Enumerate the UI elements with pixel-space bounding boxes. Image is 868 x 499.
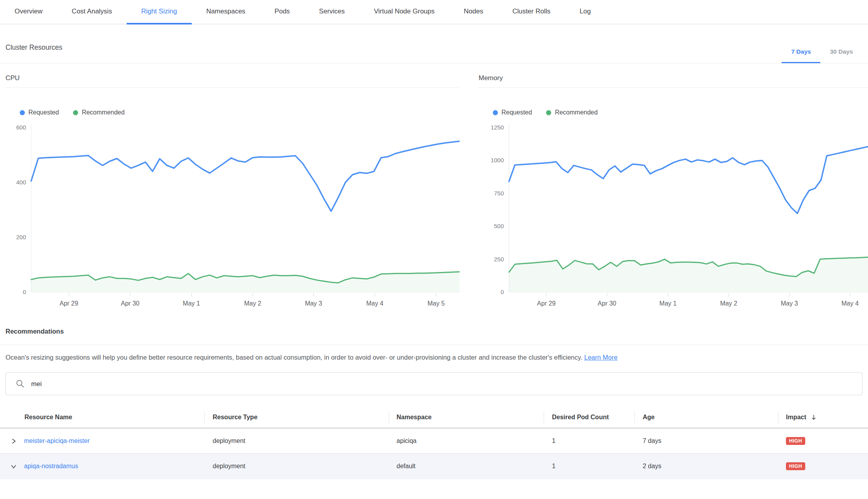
search-box[interactable] <box>6 372 862 395</box>
cell-namespace: default <box>389 454 544 478</box>
cell-pods: 1 <box>544 454 634 478</box>
cpu-chart-panel: CPU RequestedRecommended 6004002000Apr 2… <box>6 64 460 307</box>
tab-overview[interactable]: Overview <box>0 0 57 24</box>
column-header-desired-pod-count[interactable]: Desired Pod Count <box>544 407 634 428</box>
table-header: Resource NameResource TypeNamespaceDesir… <box>0 407 868 429</box>
time-range-toggle: 7 Days30 Days <box>782 41 862 63</box>
column-header-impact[interactable]: Impact <box>778 407 868 428</box>
cluster-resources-header: Cluster Resources 7 Days30 Days <box>0 24 868 64</box>
svg-text:May 2: May 2 <box>720 300 737 307</box>
svg-text:500: 500 <box>494 223 504 229</box>
svg-text:Apr 30: Apr 30 <box>121 300 139 307</box>
svg-text:May 3: May 3 <box>305 300 322 307</box>
table-row: meister-apiciqa-meisterdeploymentapiciqa… <box>0 429 868 454</box>
svg-text:400: 400 <box>16 179 26 186</box>
tab-right-sizing[interactable]: Right Sizing <box>127 0 192 24</box>
cell-resource-name: apiqa-nostradamus <box>0 454 204 478</box>
recommendations-text: Ocean's resizing suggestions will help y… <box>6 354 582 361</box>
svg-text:Apr 29: Apr 29 <box>60 300 78 307</box>
svg-text:May 2: May 2 <box>244 300 262 307</box>
svg-text:750: 750 <box>494 190 504 197</box>
cpu-chart: 6004002000Apr 29Apr 30May 1May 2May 3May… <box>6 118 460 307</box>
tab-pods[interactable]: Pods <box>260 0 305 24</box>
expand-chevron-icon[interactable] <box>10 438 17 445</box>
legend-label: Recommended <box>82 109 125 116</box>
recommendations-table: Resource NameResource TypeNamespaceDesir… <box>0 407 868 479</box>
legend-label: Recommended <box>555 109 598 116</box>
legend-requested[interactable]: Requested <box>20 109 59 116</box>
column-header-label: Resource Type <box>213 414 258 421</box>
resource-name-link[interactable]: apiqa-nostradamus <box>24 463 78 470</box>
sort-desc-arrow-icon[interactable] <box>810 414 817 421</box>
recommended-dot-icon <box>73 110 78 115</box>
cpu-chart-legend: RequestedRecommended <box>20 109 460 116</box>
impact-badge: HIGH <box>786 437 805 445</box>
resource-name-link[interactable]: meister-apiciqa-meister <box>24 437 90 445</box>
column-header-age[interactable]: Age <box>634 407 778 428</box>
memory-chart-title: Memory <box>479 64 868 88</box>
svg-text:May 4: May 4 <box>842 300 859 307</box>
tab-cost-analysis[interactable]: Cost Analysis <box>57 0 127 24</box>
top-nav: OverviewCost AnalysisRight SizingNamespa… <box>0 0 868 24</box>
column-header-namespace[interactable]: Namespace <box>389 407 544 428</box>
memory-chart-panel: Memory RequestedRecommended 125010007505… <box>479 64 868 307</box>
charts-row: CPU RequestedRecommended 6004002000Apr 2… <box>0 64 868 307</box>
range-tab-7-days[interactable]: 7 Days <box>782 41 820 63</box>
cell-age: 2 days <box>634 454 778 478</box>
learn-more-link[interactable]: Learn More <box>584 354 617 361</box>
range-tab-30-days[interactable]: 30 Days <box>820 41 862 63</box>
collapse-chevron-icon[interactable] <box>10 463 17 470</box>
tab-services[interactable]: Services <box>305 0 359 24</box>
column-header-resource-name[interactable]: Resource Name <box>0 407 204 428</box>
legend-recommended[interactable]: Recommended <box>546 109 598 116</box>
recommendations-title: Recommendations <box>6 328 64 335</box>
svg-text:0: 0 <box>501 289 504 295</box>
column-header-label: Age <box>643 414 655 421</box>
cell-namespace: apiciqa <box>389 429 544 453</box>
svg-text:May 5: May 5 <box>427 300 445 307</box>
legend-label: Requested <box>501 109 532 116</box>
impact-badge: HIGH <box>786 462 805 471</box>
tab-virtual-node-groups[interactable]: Virtual Node Groups <box>359 0 449 24</box>
svg-text:May 1: May 1 <box>183 300 200 307</box>
section-title: Cluster Resources <box>6 43 62 52</box>
svg-text:250: 250 <box>494 256 504 263</box>
cell-type: deployment <box>204 454 389 478</box>
tab-cluster-rolls[interactable]: Cluster Rolls <box>498 0 565 24</box>
svg-text:Apr 29: Apr 29 <box>537 300 556 307</box>
search-input[interactable] <box>30 380 855 388</box>
recommendations-header: Recommendations <box>0 328 868 345</box>
svg-text:600: 600 <box>16 124 26 131</box>
svg-text:May 3: May 3 <box>781 300 798 307</box>
cell-age: 7 days <box>634 429 778 453</box>
column-header-label: Impact <box>786 414 806 421</box>
cell-impact: HIGH <box>778 429 868 453</box>
legend-recommended[interactable]: Recommended <box>73 109 125 116</box>
column-header-label: Namespace <box>397 414 432 421</box>
svg-text:200: 200 <box>16 234 26 240</box>
tab-nodes[interactable]: Nodes <box>449 0 498 24</box>
column-header-label: Resource Name <box>24 414 72 421</box>
svg-text:1250: 1250 <box>491 124 504 131</box>
legend-label: Requested <box>28 109 59 116</box>
column-header-label: Desired Pod Count <box>552 414 609 421</box>
requested-dot-icon <box>493 110 498 115</box>
table-row: apiqa-nostradamusdeploymentdefault12 day… <box>0 454 868 479</box>
recommendations-description: Ocean's resizing suggestions will help y… <box>6 353 862 362</box>
svg-text:1000: 1000 <box>491 157 504 163</box>
column-header-resource-type[interactable]: Resource Type <box>204 407 389 428</box>
svg-text:May 1: May 1 <box>659 300 677 307</box>
legend-requested[interactable]: Requested <box>493 109 532 116</box>
tab-namespaces[interactable]: Namespaces <box>192 0 260 24</box>
tab-log[interactable]: Log <box>565 0 605 24</box>
svg-text:0: 0 <box>23 289 26 295</box>
search-icon <box>15 379 25 388</box>
memory-chart-legend: RequestedRecommended <box>493 109 868 116</box>
requested-dot-icon <box>20 110 25 115</box>
memory-chart: 125010007505002500Apr 29Apr 30May 1May 2… <box>479 118 868 307</box>
recommended-dot-icon <box>546 110 551 115</box>
cell-type: deployment <box>204 429 389 453</box>
svg-text:Apr 30: Apr 30 <box>598 300 616 307</box>
cpu-chart-title: CPU <box>6 64 460 88</box>
cell-impact: HIGH <box>778 454 868 478</box>
